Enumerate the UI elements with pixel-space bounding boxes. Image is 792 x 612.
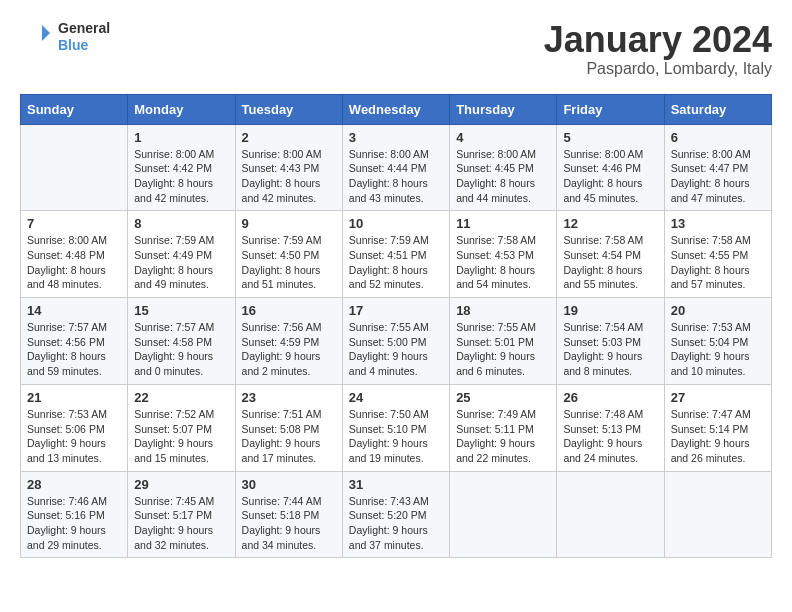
weekday-header: Monday: [128, 94, 235, 124]
calendar-cell: 12Sunrise: 7:58 AM Sunset: 4:54 PM Dayli…: [557, 211, 664, 298]
day-number: 12: [563, 216, 657, 231]
day-info: Sunrise: 7:51 AM Sunset: 5:08 PM Dayligh…: [242, 407, 336, 466]
calendar-cell: 6Sunrise: 8:00 AM Sunset: 4:47 PM Daylig…: [664, 124, 771, 211]
calendar-week-row: 14Sunrise: 7:57 AM Sunset: 4:56 PM Dayli…: [21, 298, 772, 385]
calendar-cell: 4Sunrise: 8:00 AM Sunset: 4:45 PM Daylig…: [450, 124, 557, 211]
calendar-cell: 17Sunrise: 7:55 AM Sunset: 5:00 PM Dayli…: [342, 298, 449, 385]
day-info: Sunrise: 7:58 AM Sunset: 4:54 PM Dayligh…: [563, 233, 657, 292]
calendar-cell: 2Sunrise: 8:00 AM Sunset: 4:43 PM Daylig…: [235, 124, 342, 211]
calendar-cell: 9Sunrise: 7:59 AM Sunset: 4:50 PM Daylig…: [235, 211, 342, 298]
day-number: 25: [456, 390, 550, 405]
day-number: 20: [671, 303, 765, 318]
day-info: Sunrise: 7:43 AM Sunset: 5:20 PM Dayligh…: [349, 494, 443, 553]
calendar-cell: 24Sunrise: 7:50 AM Sunset: 5:10 PM Dayli…: [342, 384, 449, 471]
logo-general: General: [58, 20, 110, 37]
day-number: 24: [349, 390, 443, 405]
svg-rect-0: [20, 21, 52, 53]
day-number: 13: [671, 216, 765, 231]
weekday-header: Saturday: [664, 94, 771, 124]
calendar-week-row: 21Sunrise: 7:53 AM Sunset: 5:06 PM Dayli…: [21, 384, 772, 471]
day-info: Sunrise: 7:48 AM Sunset: 5:13 PM Dayligh…: [563, 407, 657, 466]
day-info: Sunrise: 8:00 AM Sunset: 4:44 PM Dayligh…: [349, 147, 443, 206]
weekday-header: Friday: [557, 94, 664, 124]
calendar-table: SundayMondayTuesdayWednesdayThursdayFrid…: [20, 94, 772, 559]
calendar-cell: 26Sunrise: 7:48 AM Sunset: 5:13 PM Dayli…: [557, 384, 664, 471]
day-number: 28: [27, 477, 121, 492]
calendar-cell: 16Sunrise: 7:56 AM Sunset: 4:59 PM Dayli…: [235, 298, 342, 385]
day-info: Sunrise: 7:57 AM Sunset: 4:58 PM Dayligh…: [134, 320, 228, 379]
day-number: 18: [456, 303, 550, 318]
logo: General Blue: [20, 20, 110, 54]
day-info: Sunrise: 7:59 AM Sunset: 4:49 PM Dayligh…: [134, 233, 228, 292]
calendar-cell: 28Sunrise: 7:46 AM Sunset: 5:16 PM Dayli…: [21, 471, 128, 558]
calendar-cell: 23Sunrise: 7:51 AM Sunset: 5:08 PM Dayli…: [235, 384, 342, 471]
calendar-cell: 11Sunrise: 7:58 AM Sunset: 4:53 PM Dayli…: [450, 211, 557, 298]
day-number: 2: [242, 130, 336, 145]
calendar-cell: 27Sunrise: 7:47 AM Sunset: 5:14 PM Dayli…: [664, 384, 771, 471]
logo-graphic: [20, 21, 52, 53]
day-info: Sunrise: 7:55 AM Sunset: 5:01 PM Dayligh…: [456, 320, 550, 379]
calendar-cell: 5Sunrise: 8:00 AM Sunset: 4:46 PM Daylig…: [557, 124, 664, 211]
weekday-header: Tuesday: [235, 94, 342, 124]
calendar-cell: 3Sunrise: 8:00 AM Sunset: 4:44 PM Daylig…: [342, 124, 449, 211]
logo-blue: Blue: [58, 37, 110, 54]
day-number: 3: [349, 130, 443, 145]
day-number: 30: [242, 477, 336, 492]
day-number: 19: [563, 303, 657, 318]
calendar-week-row: 1Sunrise: 8:00 AM Sunset: 4:42 PM Daylig…: [21, 124, 772, 211]
calendar-cell: 13Sunrise: 7:58 AM Sunset: 4:55 PM Dayli…: [664, 211, 771, 298]
calendar-cell: 21Sunrise: 7:53 AM Sunset: 5:06 PM Dayli…: [21, 384, 128, 471]
day-info: Sunrise: 7:46 AM Sunset: 5:16 PM Dayligh…: [27, 494, 121, 553]
day-number: 6: [671, 130, 765, 145]
calendar-cell: 14Sunrise: 7:57 AM Sunset: 4:56 PM Dayli…: [21, 298, 128, 385]
calendar-cell: 22Sunrise: 7:52 AM Sunset: 5:07 PM Dayli…: [128, 384, 235, 471]
calendar-cell: 19Sunrise: 7:54 AM Sunset: 5:03 PM Dayli…: [557, 298, 664, 385]
day-info: Sunrise: 7:55 AM Sunset: 5:00 PM Dayligh…: [349, 320, 443, 379]
day-number: 27: [671, 390, 765, 405]
day-info: Sunrise: 7:53 AM Sunset: 5:06 PM Dayligh…: [27, 407, 121, 466]
calendar-cell: 30Sunrise: 7:44 AM Sunset: 5:18 PM Dayli…: [235, 471, 342, 558]
day-number: 4: [456, 130, 550, 145]
day-info: Sunrise: 8:00 AM Sunset: 4:47 PM Dayligh…: [671, 147, 765, 206]
calendar-week-row: 28Sunrise: 7:46 AM Sunset: 5:16 PM Dayli…: [21, 471, 772, 558]
calendar-cell: 20Sunrise: 7:53 AM Sunset: 5:04 PM Dayli…: [664, 298, 771, 385]
calendar-cell: 25Sunrise: 7:49 AM Sunset: 5:11 PM Dayli…: [450, 384, 557, 471]
weekday-header: Sunday: [21, 94, 128, 124]
calendar-cell: 31Sunrise: 7:43 AM Sunset: 5:20 PM Dayli…: [342, 471, 449, 558]
day-number: 21: [27, 390, 121, 405]
calendar-week-row: 7Sunrise: 8:00 AM Sunset: 4:48 PM Daylig…: [21, 211, 772, 298]
day-number: 29: [134, 477, 228, 492]
calendar-cell: 18Sunrise: 7:55 AM Sunset: 5:01 PM Dayli…: [450, 298, 557, 385]
day-info: Sunrise: 7:47 AM Sunset: 5:14 PM Dayligh…: [671, 407, 765, 466]
day-info: Sunrise: 7:50 AM Sunset: 5:10 PM Dayligh…: [349, 407, 443, 466]
day-info: Sunrise: 7:59 AM Sunset: 4:51 PM Dayligh…: [349, 233, 443, 292]
day-number: 14: [27, 303, 121, 318]
calendar-cell: 1Sunrise: 8:00 AM Sunset: 4:42 PM Daylig…: [128, 124, 235, 211]
day-info: Sunrise: 8:00 AM Sunset: 4:42 PM Dayligh…: [134, 147, 228, 206]
day-info: Sunrise: 8:00 AM Sunset: 4:46 PM Dayligh…: [563, 147, 657, 206]
calendar-cell: [21, 124, 128, 211]
day-info: Sunrise: 7:58 AM Sunset: 4:53 PM Dayligh…: [456, 233, 550, 292]
calendar-cell: 7Sunrise: 8:00 AM Sunset: 4:48 PM Daylig…: [21, 211, 128, 298]
day-info: Sunrise: 7:53 AM Sunset: 5:04 PM Dayligh…: [671, 320, 765, 379]
calendar-cell: 29Sunrise: 7:45 AM Sunset: 5:17 PM Dayli…: [128, 471, 235, 558]
calendar-cell: [450, 471, 557, 558]
day-number: 10: [349, 216, 443, 231]
day-info: Sunrise: 7:52 AM Sunset: 5:07 PM Dayligh…: [134, 407, 228, 466]
page-header: General Blue January 2024 Paspardo, Lomb…: [20, 20, 772, 78]
day-info: Sunrise: 8:00 AM Sunset: 4:45 PM Dayligh…: [456, 147, 550, 206]
day-info: Sunrise: 7:44 AM Sunset: 5:18 PM Dayligh…: [242, 494, 336, 553]
day-number: 5: [563, 130, 657, 145]
location-subtitle: Paspardo, Lombardy, Italy: [544, 60, 772, 78]
svg-marker-1: [42, 25, 50, 41]
day-number: 23: [242, 390, 336, 405]
svg-rect-2: [20, 21, 40, 36]
day-info: Sunrise: 7:45 AM Sunset: 5:17 PM Dayligh…: [134, 494, 228, 553]
logo-text: General Blue: [58, 20, 110, 54]
day-number: 8: [134, 216, 228, 231]
day-number: 9: [242, 216, 336, 231]
calendar-cell: [664, 471, 771, 558]
day-info: Sunrise: 7:58 AM Sunset: 4:55 PM Dayligh…: [671, 233, 765, 292]
day-number: 17: [349, 303, 443, 318]
day-number: 15: [134, 303, 228, 318]
